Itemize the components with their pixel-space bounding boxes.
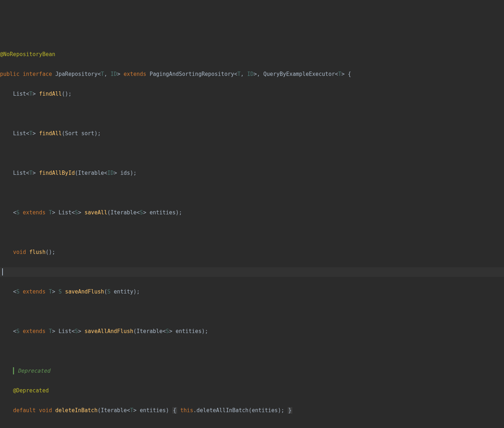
method-deleteInBatch: deleteInBatch (55, 407, 98, 414)
fold-open-icon[interactable]: { (172, 407, 177, 414)
doc-deprecated: Deprecated (18, 368, 50, 374)
type-name: JpaRepository (55, 71, 98, 77)
cursor-line[interactable] (0, 267, 504, 277)
code-line[interactable]: List<T> findAll(Sort sort); (0, 129, 504, 139)
method-findAll: findAll (39, 91, 62, 97)
annotation: @NoRepositoryBean (0, 51, 55, 58)
blank-line[interactable] (0, 149, 504, 159)
code-line[interactable]: <S extends T> List<S> saveAll(Iterable<S… (0, 208, 504, 218)
generic-ID: ID (111, 71, 117, 77)
doc-gutter-icon (13, 367, 14, 374)
method-saveAndFlush: saveAndFlush (65, 288, 104, 295)
method-findAll-sort: findAll (39, 130, 62, 137)
method-saveAllAndFlush: saveAllAndFlush (85, 328, 133, 334)
code-editor[interactable]: @NoRepositoryBean public interface JpaRe… (0, 40, 504, 428)
code-line[interactable]: @Deprecated (0, 386, 504, 396)
code-line[interactable]: @NoRepositoryBean (0, 50, 504, 60)
method-findAllById: findAllById (39, 170, 75, 176)
fold-close-icon[interactable]: } (288, 407, 292, 414)
code-line[interactable]: List<T> findAll(); (0, 89, 504, 99)
caret-icon (2, 268, 3, 276)
keyword-public: public (0, 71, 19, 77)
blank-line[interactable] (0, 109, 504, 119)
code-line[interactable]: <S extends T> List<S> saveAllAndFlush(It… (0, 327, 504, 337)
code-line[interactable]: default void deleteInBatch(Iterable<T> e… (0, 406, 504, 416)
generic-T: T (101, 71, 104, 77)
code-line[interactable]: void flush(); (0, 247, 504, 258)
blank-line[interactable] (0, 228, 504, 238)
keyword-interface: interface (23, 71, 52, 77)
method-flush: flush (26, 249, 45, 255)
blank-line[interactable] (0, 425, 504, 428)
keyword-extends: extends (123, 71, 146, 77)
blank-line[interactable] (0, 188, 504, 198)
method-saveAll: saveAll (85, 209, 107, 216)
doc-line[interactable]: Deprecated (0, 366, 504, 376)
code-line[interactable]: List<T> findAllById(Iterable<ID> ids); (0, 168, 504, 178)
code-line[interactable]: <S extends T> S saveAndFlush(S entity); (0, 287, 504, 297)
blank-line[interactable] (0, 307, 504, 317)
annotation-deprecated: @Deprecated (13, 387, 49, 394)
code-line[interactable]: public interface JpaRepository<T, ID> ex… (0, 69, 504, 79)
blank-line[interactable] (0, 346, 504, 356)
